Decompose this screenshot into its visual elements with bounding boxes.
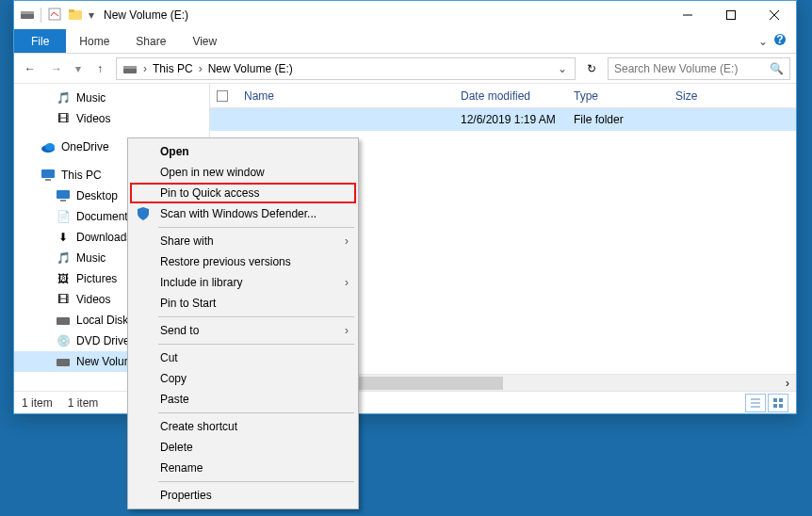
search-placeholder: Search New Volume (E:)	[614, 62, 738, 75]
new-folder-icon[interactable]	[68, 7, 83, 24]
status-selected-count: 1 item	[68, 396, 99, 410]
up-button[interactable]: ↑	[89, 58, 110, 79]
separator	[158, 227, 354, 228]
pictures-icon: 🖼	[56, 271, 71, 286]
ctx-open[interactable]: Open	[130, 141, 356, 162]
svg-rect-19	[57, 317, 70, 325]
ctx-share-with[interactable]: Share with›	[130, 231, 356, 251]
refresh-button[interactable]: ↻	[581, 58, 602, 79]
maximize-button[interactable]	[709, 1, 753, 29]
search-icon: 🔍	[770, 62, 784, 75]
drive-icon	[56, 313, 71, 328]
context-menu: Open Open in new window Pin to Quick acc…	[127, 137, 359, 509]
ctx-pin-start[interactable]: Pin to Start	[130, 293, 356, 314]
quick-access-toolbar: ▾	[20, 7, 94, 24]
tab-file[interactable]: File	[14, 29, 66, 53]
shield-icon	[136, 206, 151, 221]
chevron-right-icon: ›	[345, 324, 349, 337]
qat-dropdown-icon[interactable]: ▾	[89, 8, 94, 22]
help-icon[interactable]: ?	[773, 33, 787, 49]
ribbon-tabs: File Home Share View ⌄ ?	[14, 29, 796, 54]
svg-rect-21	[218, 90, 228, 101]
documents-icon: 📄	[56, 209, 71, 224]
ctx-restore-versions[interactable]: Restore previous versions	[130, 251, 356, 272]
downloads-icon: ⬇	[56, 230, 71, 245]
ctx-cut[interactable]: Cut	[130, 347, 356, 368]
titlebar: ▾ New Volume (E:)	[14, 1, 796, 29]
ctx-pin-quick-access[interactable]: Pin to Quick access	[130, 183, 356, 203]
chevron-right-icon[interactable]: ›	[199, 62, 203, 75]
ctx-open-new-window[interactable]: Open in new window	[130, 162, 356, 183]
divider	[41, 8, 41, 23]
ctx-properties[interactable]: Properties	[130, 485, 356, 506]
svg-rect-27	[773, 404, 777, 408]
back-button[interactable]: ←	[20, 58, 41, 79]
separator	[158, 344, 354, 345]
ctx-scan-defender[interactable]: Scan with Windows Defender...	[130, 203, 356, 224]
select-all-checkbox[interactable]	[210, 90, 235, 102]
separator	[158, 412, 354, 413]
ctx-send-to[interactable]: Send to›	[130, 320, 356, 341]
separator	[158, 316, 354, 317]
svg-rect-4	[69, 9, 74, 12]
dvd-icon: 💿	[56, 333, 71, 348]
ctx-copy[interactable]: Copy	[130, 368, 356, 389]
view-large-button[interactable]	[768, 394, 788, 412]
ctx-create-shortcut[interactable]: Create shortcut	[130, 416, 356, 437]
search-input[interactable]: Search New Volume (E:) 🔍	[608, 57, 790, 80]
properties-icon[interactable]	[47, 7, 62, 24]
column-size[interactable]: Size	[666, 89, 732, 103]
video-icon: 🎞	[56, 292, 71, 307]
status-item-count: 1 item	[22, 396, 53, 410]
tab-view[interactable]: View	[179, 29, 230, 53]
ctx-delete[interactable]: Delete	[130, 437, 356, 458]
drive-icon	[121, 61, 139, 76]
ctx-rename[interactable]: Rename	[130, 458, 356, 478]
column-type[interactable]: Type	[564, 89, 666, 103]
desktop-icon	[56, 188, 71, 203]
cell-date: 12/6/2019 1:19 AM	[451, 113, 564, 126]
chevron-right-icon: ›	[345, 234, 349, 248]
ribbon-expand-icon[interactable]: ⌄	[758, 35, 768, 48]
minimize-button[interactable]	[666, 1, 709, 29]
tab-share[interactable]: Share	[122, 29, 179, 53]
chevron-right-icon[interactable]: ›	[143, 62, 147, 75]
close-button[interactable]	[753, 1, 796, 29]
separator	[158, 481, 354, 482]
column-name[interactable]: Name	[235, 89, 451, 103]
svg-rect-1	[21, 11, 34, 14]
svg-rect-28	[779, 404, 783, 408]
address-dropdown-icon[interactable]: ⌄	[554, 62, 571, 75]
tab-home[interactable]: Home	[66, 29, 122, 53]
svg-rect-17	[57, 190, 70, 199]
nav-music[interactable]: 🎵Music	[14, 88, 209, 108]
column-date[interactable]: Date modified	[451, 89, 564, 103]
breadcrumb-current[interactable]: New Volume (E:)	[206, 62, 295, 75]
svg-rect-6	[727, 11, 736, 20]
ctx-paste[interactable]: Paste	[130, 389, 356, 410]
svg-rect-12	[123, 66, 137, 69]
file-row[interactable]: 12/6/2019 1:19 AM File folder	[210, 108, 796, 131]
drive-icon	[20, 7, 35, 24]
svg-point-14	[45, 143, 55, 151]
recent-dropdown[interactable]: ▾	[73, 58, 84, 79]
music-icon: 🎵	[56, 250, 71, 266]
svg-rect-25	[773, 398, 777, 402]
ctx-include-library[interactable]: Include in library›	[130, 272, 356, 293]
pc-icon	[41, 168, 56, 183]
video-icon: 🎞	[56, 111, 71, 126]
address-bar: ← → ▾ ↑ › This PC › New Volume (E:) ⌄ ↻ …	[14, 54, 796, 84]
breadcrumb-thispc[interactable]: This PC	[151, 62, 195, 75]
forward-button[interactable]: →	[46, 58, 67, 79]
drive-icon	[56, 354, 71, 369]
view-details-button[interactable]	[745, 394, 766, 412]
window-title: New Volume (E:)	[104, 8, 188, 22]
svg-rect-15	[41, 169, 55, 178]
chevron-right-icon: ›	[345, 276, 349, 289]
nav-videos[interactable]: 🎞Videos	[14, 108, 209, 129]
svg-rect-18	[60, 200, 66, 202]
breadcrumb[interactable]: › This PC › New Volume (E:) ⌄	[116, 57, 576, 80]
cell-type: File folder	[564, 113, 666, 126]
svg-rect-26	[779, 398, 783, 402]
scroll-right-icon[interactable]: ›	[779, 375, 796, 392]
